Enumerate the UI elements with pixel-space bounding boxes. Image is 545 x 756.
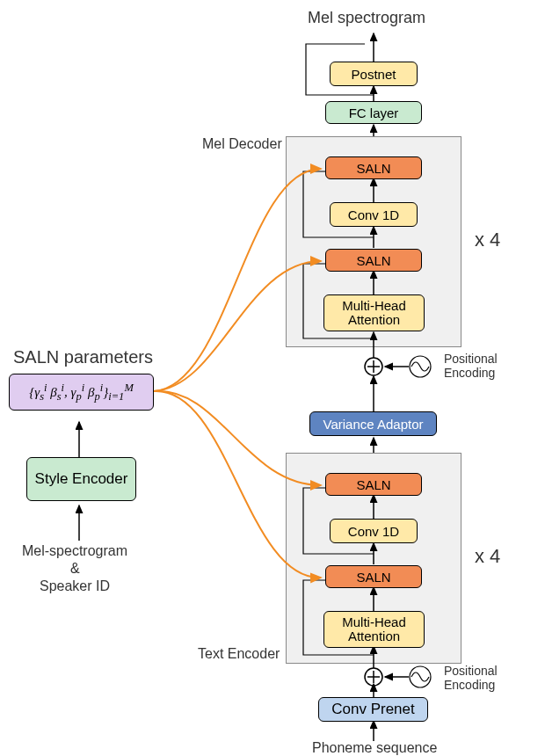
encoder-mha: Multi-Head Attention: [323, 611, 425, 648]
text-encoder-label: Text Encoder: [198, 646, 280, 662]
svg-point-14: [410, 356, 431, 377]
saln-params-title: SALN parameters: [13, 347, 153, 367]
speaker-id-label: Speaker ID: [40, 578, 110, 594]
conv-prenet-block: Conv Prenet: [318, 697, 428, 722]
encoder-saln-bottom: SALN: [325, 565, 422, 588]
postnet-block: Postnet: [330, 62, 418, 86]
encoder-repeat-label: x 4: [475, 545, 500, 568]
encoder-saln-top: SALN: [325, 473, 422, 496]
decoder-saln-top: SALN: [325, 156, 422, 179]
encoder-conv1d: Conv 1D: [330, 519, 418, 543]
variance-adaptor-block: Variance Adaptor: [309, 411, 437, 436]
svg-point-10: [365, 358, 382, 375]
mel-spec-input-label: Mel-spectrogram: [22, 543, 127, 559]
amp-label: &: [70, 561, 80, 577]
decoder-mha: Multi-Head Attention: [323, 294, 425, 331]
saln-params-block: {γsi βsi, γpi βpi}i=1M: [9, 374, 154, 411]
output-title: Mel spectrogram: [308, 9, 425, 27]
style-encoder-block: Style Encoder: [26, 457, 136, 501]
mel-decoder-label: Mel Decoder: [202, 136, 282, 152]
decoder-saln-bottom: SALN: [325, 249, 422, 272]
fc-layer-block: FC layer: [325, 101, 422, 124]
saln-formula: {γsi βsi, γpi βpi}i=1M: [29, 382, 134, 403]
pos-enc-mid-label: Positional Encoding: [444, 352, 523, 380]
pos-enc-bottom-label: Positional Encoding: [444, 664, 523, 692]
decoder-repeat-label: x 4: [475, 229, 500, 251]
svg-point-22: [365, 668, 382, 686]
decoder-conv1d: Conv 1D: [330, 202, 418, 227]
phoneme-input-label: Phoneme sequence: [312, 740, 437, 756]
svg-point-4: [410, 666, 431, 687]
